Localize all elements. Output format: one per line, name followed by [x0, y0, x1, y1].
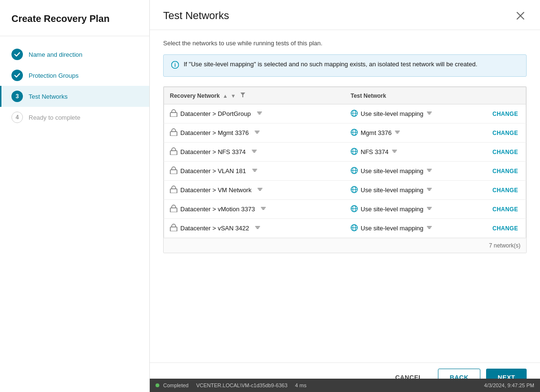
change-button[interactable]: CHANGE	[490, 110, 520, 118]
test-filter-icon	[426, 206, 432, 213]
network-table: Recovery Network ▲ ▼ Test Network	[164, 87, 526, 238]
table-row: Datacenter > vSAN 3422 Use site-level ma…	[164, 219, 526, 238]
test-cell-inner: Use site-level mapping CHANGE	[351, 205, 520, 214]
recovery-filter-icon[interactable]	[252, 167, 258, 175]
step2-label: Protection Groups	[29, 72, 79, 79]
test-network-icon	[351, 129, 358, 137]
test-network-name: Use site-level mapping	[361, 110, 424, 117]
recovery-network-name: Datacenter > NFS 3374	[180, 148, 246, 155]
step4-number: 4	[11, 112, 23, 123]
svg-rect-55	[170, 208, 177, 212]
test-network-value: Use site-level mapping	[351, 167, 432, 175]
svg-rect-74	[428, 228, 430, 229]
filter-icon[interactable]	[240, 92, 246, 99]
recovery-cell-content: Datacenter > Mgmt 3376	[170, 128, 260, 137]
table-row: Datacenter > Mgmt 3376 Mgmt 3376 CHANGE	[164, 124, 526, 143]
test-network-value: Use site-level mapping	[351, 205, 432, 214]
change-button[interactable]: CHANGE	[490, 224, 520, 233]
table-row: Datacenter > DPortGroup Use site-level m…	[164, 104, 526, 124]
svg-rect-22	[395, 131, 400, 132]
col-test-header: Test Network	[345, 87, 526, 104]
sidebar: Create Recovery Plan Name and direction …	[0, 0, 150, 392]
test-filter-icon	[426, 167, 432, 175]
test-filter-icon	[426, 186, 432, 194]
svg-rect-24	[396, 133, 399, 134]
svg-rect-17	[256, 132, 260, 133]
step1-label: Name and direction	[29, 51, 83, 58]
svg-rect-42	[426, 169, 432, 170]
recovery-filter-icon[interactable]	[255, 225, 260, 232]
svg-rect-35	[170, 170, 177, 174]
recovery-cell-content: Datacenter > VLAN 181	[170, 166, 258, 175]
recovery-filter-icon[interactable]	[260, 206, 266, 213]
svg-rect-13	[427, 113, 431, 113]
svg-rect-46	[258, 188, 263, 189]
sidebar-item-step2[interactable]: Protection Groups	[0, 65, 149, 86]
table-header-row: Recovery Network ▲ ▼ Test Network	[164, 87, 526, 104]
svg-rect-47	[258, 189, 262, 190]
recovery-cell-content: Datacenter > vMotion 3373	[170, 205, 266, 214]
test-filter-icon	[426, 225, 432, 232]
table-row: Datacenter > vMotion 3373 Use site-level…	[164, 200, 526, 219]
change-button[interactable]: CHANGE	[490, 167, 520, 175]
network-count: 7 network(s)	[164, 238, 526, 253]
taskbar-time: 4 ms	[295, 382, 307, 388]
sidebar-item-step1[interactable]: Name and direction	[0, 44, 149, 65]
test-cell-inner: NFS 3374 CHANGE	[351, 148, 520, 156]
recovery-filter-icon[interactable]	[257, 186, 263, 194]
network-lock-icon	[170, 147, 177, 156]
svg-rect-32	[392, 150, 397, 151]
change-button[interactable]: CHANGE	[490, 129, 520, 137]
recovery-cell: Datacenter > NFS 3374	[164, 143, 345, 162]
test-network-value: Use site-level mapping	[351, 186, 432, 195]
svg-rect-53	[427, 189, 431, 190]
svg-rect-66	[255, 226, 260, 227]
svg-rect-14	[428, 114, 430, 115]
recovery-cell: Datacenter > vMotion 3373	[164, 200, 345, 219]
network-lock-icon	[170, 109, 177, 118]
step3-number: 3	[11, 91, 23, 102]
test-cell: Use site-level mapping CHANGE	[345, 162, 526, 181]
svg-rect-27	[252, 151, 256, 152]
test-cell: Use site-level mapping CHANGE	[345, 104, 526, 124]
recovery-filter-icon[interactable]	[251, 148, 257, 155]
test-network-icon	[351, 110, 358, 118]
sidebar-item-step3[interactable]: 3 Test Networks	[0, 86, 149, 107]
svg-rect-48	[259, 190, 261, 191]
sort-asc-icon[interactable]: ▲	[223, 93, 228, 99]
info-text: If "Use site-level mapping" is selected …	[184, 61, 478, 68]
change-button[interactable]: CHANGE	[490, 186, 520, 195]
svg-rect-67	[256, 227, 260, 228]
network-lock-icon	[170, 205, 177, 214]
svg-rect-72	[426, 226, 432, 227]
step3-label: Test Networks	[29, 93, 68, 100]
network-lock-icon	[170, 166, 177, 175]
taskbar-timestamp: 4/3/2024, 9:47:25 PM	[484, 382, 534, 388]
info-icon: i	[171, 61, 179, 71]
svg-rect-52	[426, 188, 432, 189]
test-cell: NFS 3374 CHANGE	[345, 143, 526, 162]
modal-title: Test Networks	[163, 10, 229, 22]
taskbar: Completed VCENTER.LOCAL\VM-c1d35db9-6363…	[150, 379, 540, 392]
svg-rect-65	[170, 227, 177, 231]
sidebar-item-step4[interactable]: 4 Ready to complete	[0, 107, 149, 128]
svg-rect-43	[427, 170, 431, 171]
modal-subtitle: Select the networks to use while running…	[163, 40, 527, 47]
test-network-value: Use site-level mapping	[351, 224, 432, 233]
recovery-network-name: Datacenter > VLAN 181	[180, 167, 246, 175]
network-lock-icon	[170, 128, 177, 137]
step2-number	[11, 70, 23, 81]
svg-rect-34	[393, 152, 395, 153]
test-network-icon	[351, 186, 358, 195]
change-button[interactable]: CHANGE	[490, 205, 520, 214]
sidebar-steps: Name and direction Protection Groups 3 T…	[0, 36, 149, 135]
recovery-filter-icon[interactable]	[257, 110, 262, 117]
sort-desc-icon[interactable]: ▼	[231, 93, 236, 99]
modal-header: Test Networks	[150, 0, 540, 30]
change-button[interactable]: CHANGE	[490, 148, 520, 156]
recovery-filter-icon[interactable]	[254, 129, 260, 136]
close-button[interactable]	[514, 10, 527, 22]
svg-rect-18	[256, 133, 259, 134]
test-network-icon	[351, 224, 358, 233]
svg-rect-38	[253, 171, 256, 172]
